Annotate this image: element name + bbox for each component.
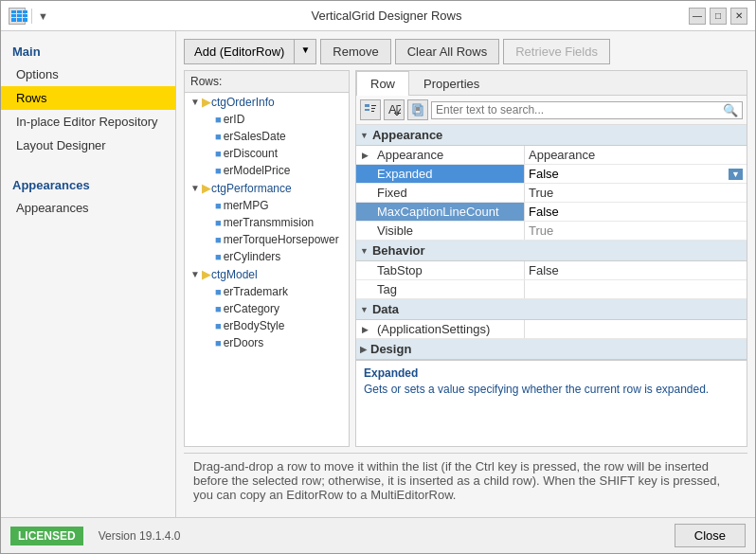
prop-row-visible[interactable]: Visible True [356,222,747,241]
prop-expand-icon[interactable]: ▶ [356,325,373,334]
remove-button[interactable]: Remove [320,39,390,64]
prop-row-expanded[interactable]: Expanded False ▼ [356,165,747,184]
node-label: ctgOrderInfo [211,96,275,109]
search-input[interactable] [436,103,723,116]
sidebar-item-layout-designer[interactable]: Layout Designer [1,134,175,157]
category-appearance[interactable]: ▼ Appearance [356,125,747,146]
close-button[interactable]: Close [675,524,746,547]
search-icon: 🔍 [723,103,738,117]
category-design[interactable]: ▶ Design [356,339,747,360]
node-label: merMPG [224,199,269,212]
prop-value: False [525,203,747,221]
prop-row-maxcaption[interactable]: MaxCaptionLineCount False [356,203,747,222]
properties-grid: ▼ Appearance ▶ Appearance Appearance [356,125,747,446]
sidebar-item-inplace-editor[interactable]: In-place Editor Repository [1,110,175,134]
tree-node-erSalesDate[interactable]: ■ erSalesDate [185,128,349,145]
prop-row-fixed[interactable]: Fixed True [356,184,747,203]
prop-value: True [525,222,747,240]
tree-node-erDoors[interactable]: ■ erDoors [185,334,349,351]
prop-row-appearance[interactable]: ▶ Appearance Appearance [356,146,747,165]
prop-value: False ▼ [525,165,747,183]
prop-row-appsettings[interactable]: ▶ (ApplicationSettings) [356,320,747,339]
prop-name: TabStop [373,261,525,279]
tree-node-ctgModel[interactable]: ▼ ▶ ctgModel [185,265,349,283]
version-label: Version 19.1.4.0 [99,529,181,543]
svg-rect-4 [371,111,374,112]
prop-value [525,288,747,292]
tree-node-erTrademark[interactable]: ■ erTrademark [185,283,349,300]
sort-alpha-button[interactable]: AZ [384,99,405,120]
licensed-badge: LICENSED [10,527,83,545]
window-title: VerticalGrid Designer Rows [84,9,689,23]
properties-toolbar: AZ [356,96,747,125]
item-icon: ■ [215,114,222,125]
info-text: Drag-and-drop a row to move it within th… [193,459,738,502]
prop-row-tabstop[interactable]: TabStop False [356,261,747,280]
search-box[interactable]: 🔍 [431,101,743,119]
tree-node-erBodyStyle[interactable]: ■ erBodyStyle [185,317,349,334]
prop-value [525,328,747,331]
node-label: merTransmmision [224,216,315,229]
sidebar-item-appearances[interactable]: Appearances [1,196,175,220]
tree-node-merTorqueHorsepower[interactable]: ■ merTorqueHorsepower [185,231,349,248]
category-expand-arrow: ▶ [360,345,367,354]
node-label: ctgModel [211,268,258,281]
category-expand-arrow: ▼ [360,131,369,140]
dropdown-arrow-icon[interactable]: ▼ [729,169,743,180]
close-window-button[interactable]: ✕ [730,8,747,25]
sidebar-item-rows[interactable]: Rows [1,86,175,110]
sort-categories-button[interactable] [360,99,381,120]
add-button-group: Add (EditorRow) ▼ [184,39,316,64]
add-dropdown-button[interactable]: ▼ [294,39,316,64]
add-button[interactable]: Add (EditorRow) [184,39,294,64]
prop-name: Visible [373,222,525,240]
tree-node-ctgOrderInfo[interactable]: ▼ ▶ ctgOrderInfo [185,93,349,111]
prop-expand-icon[interactable]: ▶ [356,151,373,160]
sidebar-item-options[interactable]: Options [1,63,175,86]
tree-node-erCylinders[interactable]: ■ erCylinders [185,248,349,265]
app-icon [9,8,26,25]
minimize-button[interactable]: — [689,8,706,25]
expander-icon[interactable]: ▼ [189,97,202,107]
category-label: Design [370,342,411,356]
item-icon: ■ [215,148,222,159]
tree-panel: Rows: ▼ ▶ ctgOrderInfo ■ [184,70,350,447]
tab-row[interactable]: Row [356,71,409,96]
svg-text:AZ: AZ [388,103,401,116]
node-label: ctgPerformance [211,182,292,195]
tree-node-merTransmmision[interactable]: ■ merTransmmision [185,214,349,231]
item-icon: ■ [215,320,222,331]
prop-value: False [525,261,747,279]
retrieve-fields-button[interactable]: Retrieve Fields [503,39,610,64]
tree-node-erID[interactable]: ■ erID [185,111,349,128]
svg-rect-1 [365,109,369,111]
pages-button[interactable] [407,99,428,120]
category-behavior[interactable]: ▼ Behavior [356,241,747,261]
tabs: Row Properties [356,71,747,96]
maximize-button[interactable]: □ [710,8,727,25]
expander-icon[interactable]: ▼ [189,183,202,193]
item-icon: ■ [215,200,222,211]
prop-row-tag[interactable]: Tag [356,280,747,299]
category-data[interactable]: ▼ Data [356,299,747,320]
folder-icon: ▶ [202,181,211,195]
tree-node-merMPG[interactable]: ■ merMPG [185,197,349,214]
item-icon: ■ [215,337,222,348]
item-icon: ■ [215,217,222,228]
tree-node-ctgPerformance[interactable]: ▼ ▶ ctgPerformance [185,179,349,197]
tab-properties[interactable]: Properties [409,71,494,96]
tree-node-erDiscount[interactable]: ■ erDiscount [185,145,349,162]
tree-node-erModelPrice[interactable]: ■ erModelPrice [185,162,349,179]
node-label: erModelPrice [224,164,291,177]
tree-node-erCategory[interactable]: ■ erCategory [185,300,349,317]
tree-scroll[interactable]: ▼ ▶ ctgOrderInfo ■ erID [185,93,349,446]
svg-rect-3 [371,108,375,109]
clear-all-button[interactable]: Clear All Rows [395,39,500,64]
node-label: erCylinders [224,250,281,263]
expander-icon[interactable]: ▼ [189,269,202,279]
item-icon: ■ [215,286,222,297]
footer: LICENSED Version 19.1.4.0 Close [1,517,755,553]
svg-rect-2 [371,105,376,106]
prop-name: Tag [373,280,525,298]
content-area: Main Options Rows In-place Editor Reposi… [1,31,755,517]
